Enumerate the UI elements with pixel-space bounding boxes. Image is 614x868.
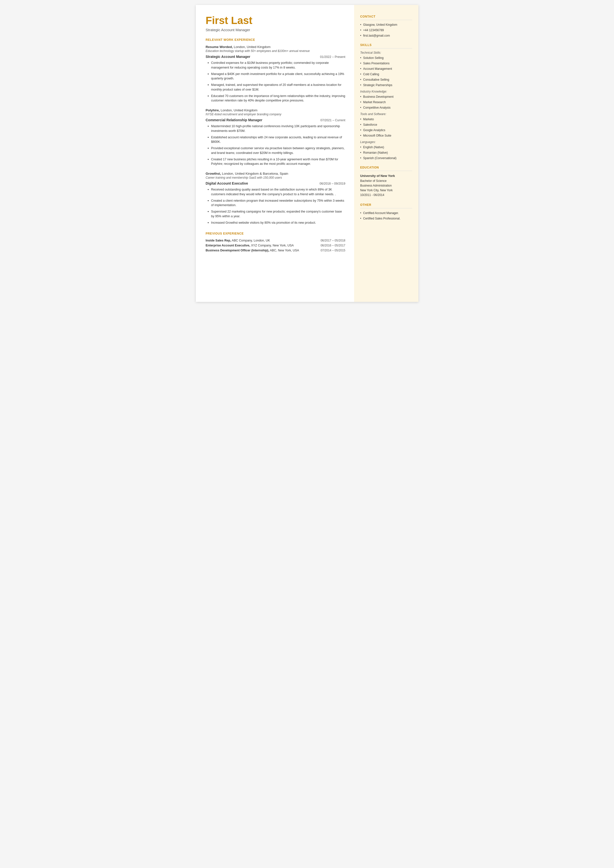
list-item: Solution Selling <box>360 56 412 60</box>
prev-exp-row-3: Business Development Officer (Internship… <box>206 248 346 252</box>
list-item: Competitive Analysis <box>360 106 412 110</box>
list-item: first.last@gmail.com <box>360 33 412 38</box>
role-dates-1: 01/2022 – Present <box>320 55 345 59</box>
other-heading: OTHER <box>360 203 412 208</box>
contact-heading: CONTACT <box>360 15 412 20</box>
company-description-3: Career training and membership SaaS with… <box>206 176 346 179</box>
company-location-3: London, United Kingdom & Barcelona, Spai… <box>222 172 288 175</box>
company-name-line-2: Polyhire, London, United Kingdom <box>206 109 346 112</box>
company-block-2: Polyhire, London, United Kingdom NYSE-li… <box>206 109 346 166</box>
list-item: Created a client retention program that … <box>208 199 346 208</box>
skills-section: SKILLS Technical Skills: Solution Sellin… <box>360 43 412 160</box>
skills-heading: SKILLS <box>360 43 412 48</box>
list-item: Spanish (Conversational) <box>360 156 412 160</box>
prev-exp-title-3: Business Development Officer (Internship… <box>206 248 318 252</box>
list-item: Sales Presentations <box>360 61 412 65</box>
edu-dates: 10/2011 - 06/2014 <box>360 193 412 197</box>
list-item: Controlled expenses for a $10M business … <box>208 61 346 70</box>
role-title-2: Commercial Relationship Manager <box>206 118 263 122</box>
education-heading: EDUCATION <box>360 166 412 171</box>
company-location-2: London, United Kingdom <box>220 109 257 112</box>
left-column: First Last Strategic Account Manager REL… <box>196 5 354 302</box>
edu-degree: Bachelor of Science <box>360 179 412 183</box>
prev-exp-row-2: Enterprise Account Executive, XYZ Compan… <box>206 244 346 247</box>
prev-exp-bold-1: Inside Sales Rep, <box>206 239 231 242</box>
company-name-line-1: Resume Worded, London, United Kingdom <box>206 45 346 49</box>
list-item: Business Development <box>360 95 412 99</box>
prev-exp-row-1: Inside Sales Rep, ABC Company, London, U… <box>206 239 346 242</box>
prev-exp-title-1: Inside Sales Rep, ABC Company, London, U… <box>206 239 318 242</box>
list-item: Supervised 22 marketing campaigns for ne… <box>208 209 346 219</box>
role-dates-2: 07/2021 – Current <box>321 118 346 122</box>
prev-exp-dates-2: 06/2016 – 05/2017 <box>321 244 345 247</box>
company-name-1: Resume Worded, <box>206 45 233 49</box>
company-block-1: Resume Worded, London, United Kingdom Ed… <box>206 45 346 103</box>
list-item: Educated 70 customers on the importance … <box>208 94 346 103</box>
edu-field: Business Administration <box>360 183 412 188</box>
list-item: Managed, trained, and supervised the ope… <box>208 83 346 92</box>
company-name-3: Growthsi, <box>206 172 221 175</box>
list-item: Increased Growthsi website visitors by 8… <box>208 220 346 225</box>
education-section: EDUCATION University of New York Bachelo… <box>360 166 412 198</box>
role-title-3: Digital Account Executive <box>206 182 248 185</box>
company-name-line-3: Growthsi, London, United Kingdom & Barce… <box>206 172 346 175</box>
technical-label: Technical Skills: <box>360 51 412 54</box>
prev-exp-title-2: Enterprise Account Executive, XYZ Compan… <box>206 244 318 247</box>
relevant-work-heading: RELEVANT WORK EXPERIENCE <box>206 38 346 42</box>
prev-exp-rest-1: ABC Company, London, UK <box>231 239 270 242</box>
industry-skills-list: Business Development Market Research Com… <box>360 95 412 110</box>
list-item: Market Research <box>360 100 412 104</box>
other-section: OTHER Certified Account Manager. Certifi… <box>360 203 412 221</box>
tools-skills-list: Marketo Salesforce Google Analytics Micr… <box>360 117 412 138</box>
candidate-name: First Last <box>206 15 346 26</box>
contact-list: Glasgow, United Kingdom +44 123456789 fi… <box>360 23 412 38</box>
role-title-1: Strategic Account Manager <box>206 55 251 59</box>
role-header-1: Strategic Account Manager 01/2022 – Pres… <box>206 55 346 59</box>
list-item: Glasgow, United Kingdom <box>360 23 412 27</box>
candidate-title: Strategic Account Manager <box>206 28 346 32</box>
company-block-3: Growthsi, London, United Kingdom & Barce… <box>206 172 346 225</box>
list-item: Strategic Partnerships <box>360 83 412 87</box>
company-description-1: Education technology startup with 50+ em… <box>206 49 346 53</box>
languages-list: English (Native) Romanian (Native) Spani… <box>360 145 412 160</box>
list-item: +44 123456789 <box>360 28 412 33</box>
bullet-list-1: Controlled expenses for a $10M business … <box>206 61 346 103</box>
prev-exp-dates-3: 07/2014 – 05/2015 <box>321 248 345 252</box>
list-item: Romanian (Native) <box>360 151 412 155</box>
company-description-2: NYSE-listed recruitment and employer bra… <box>206 113 346 116</box>
list-item: Certified Sales Professional. <box>360 216 412 221</box>
languages-label: Languages: <box>360 140 412 144</box>
resume: First Last Strategic Account Manager REL… <box>196 5 419 302</box>
technical-skills-list: Solution Selling Sales Presentations Acc… <box>360 56 412 87</box>
list-item: Established account relationships with 2… <box>208 135 346 144</box>
list-item: Cold Calling <box>360 72 412 76</box>
contact-section: CONTACT Glasgow, United Kingdom +44 1234… <box>360 15 412 38</box>
prev-exp-bold-3: Business Development Officer (Internship… <box>206 248 269 252</box>
tools-label: Tools and Software: <box>360 112 412 116</box>
list-item: Provided exceptional customer service vi… <box>208 146 346 155</box>
list-item: Masterminded 10 high-profile national co… <box>208 124 346 134</box>
bullet-list-3: Received outstanding quality award based… <box>206 187 346 225</box>
list-item: Consultative Selling <box>360 78 412 82</box>
list-item: Google Analytics <box>360 128 412 132</box>
prev-exp-rest-2: XYZ Company, New York, USA <box>250 244 294 247</box>
list-item: Received outstanding quality award based… <box>208 187 346 197</box>
edu-location: New York City, New York <box>360 188 412 193</box>
edu-school: University of New York <box>360 174 412 179</box>
prev-exp-dates-1: 06/2017 – 05/2018 <box>321 239 345 242</box>
list-item: Salesforce <box>360 123 412 127</box>
role-header-2: Commercial Relationship Manager 07/2021 … <box>206 118 346 122</box>
list-item: English (Native) <box>360 145 412 149</box>
list-item: Created 17 new business pitches resultin… <box>208 157 346 166</box>
previous-experience-heading: PREVIOUS EXPERIENCE <box>206 232 346 235</box>
education-item: University of New York Bachelor of Scien… <box>360 174 412 198</box>
role-dates-3: 06/2018 – 09/2019 <box>319 182 345 185</box>
role-header-3: Digital Account Executive 06/2018 – 09/2… <box>206 182 346 185</box>
bullet-list-2: Masterminded 10 high-profile national co… <box>206 124 346 166</box>
list-item: Marketo <box>360 117 412 121</box>
previous-experience-table: Inside Sales Rep, ABC Company, London, U… <box>206 239 346 252</box>
list-item: Certified Account Manager. <box>360 211 412 215</box>
industry-label: Industry Knowledge: <box>360 90 412 93</box>
list-item: Microsoft Office Suite <box>360 134 412 138</box>
company-location-1: London, United Kingdom <box>234 45 271 49</box>
